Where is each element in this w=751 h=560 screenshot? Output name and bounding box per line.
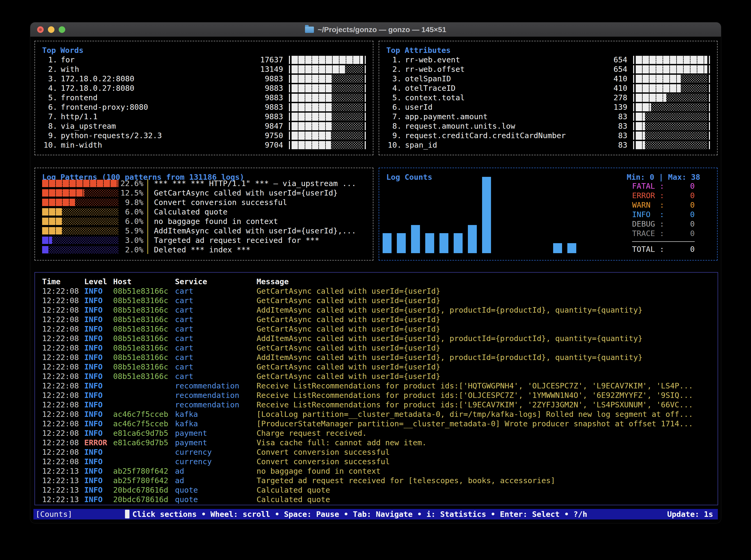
log-service: cart bbox=[175, 334, 257, 343]
item-label: 172.18.0.27:8080 bbox=[61, 83, 244, 93]
header-level: Level bbox=[84, 277, 113, 286]
log-table-row[interactable]: 12:22:08INFO08b51e83166ccartGetCartAsync… bbox=[42, 343, 710, 353]
log-time: 12:22:08 bbox=[42, 372, 84, 381]
rank-label: 5. bbox=[42, 93, 57, 102]
bar-track bbox=[636, 94, 707, 102]
log-service: ad bbox=[175, 466, 257, 476]
item-label: request.amount.units.low bbox=[405, 121, 588, 131]
severity-stat-row: TRACE :0 bbox=[632, 229, 695, 238]
log-level-badge: INFO bbox=[84, 305, 113, 315]
log-table-row[interactable]: 12:22:13INFOab25f780f642adno baggage fou… bbox=[42, 466, 710, 476]
top-words-row: 9.python-requests/2.32.39750 bbox=[42, 131, 366, 140]
item-bar bbox=[289, 121, 366, 131]
log-table-row[interactable]: 12:22:08INFO08b51e83166ccartGetCartAsync… bbox=[42, 296, 710, 305]
log-level-badge: INFO bbox=[84, 324, 113, 334]
log-time: 12:22:08 bbox=[42, 428, 84, 438]
rank-label: 10. bbox=[42, 140, 57, 150]
bar-track bbox=[291, 65, 363, 74]
log-table-row[interactable]: 12:22:08INFO08b51e83166ccartAddItemAsync… bbox=[42, 334, 710, 343]
top-words-row: 4.172.18.0.27:80809883 bbox=[42, 83, 366, 93]
item-count: 83 bbox=[588, 121, 627, 131]
log-table-row[interactable]: 12:22:13INFOab25f780f642adTargeted ad re… bbox=[42, 476, 710, 485]
bar-fill bbox=[636, 132, 645, 140]
log-table-row[interactable]: 12:22:08INFO08b51e83166ccartGetCartAsync… bbox=[42, 286, 710, 296]
rank-label: 4. bbox=[42, 83, 57, 93]
stats-divider bbox=[632, 241, 695, 242]
item-label: frontend bbox=[61, 93, 244, 102]
bar-fill bbox=[636, 103, 651, 111]
severity-value: 0 bbox=[690, 229, 695, 238]
item-bar bbox=[289, 93, 366, 102]
log-table-row[interactable]: 12:22:08INFO08b51e83166ccartGetCartAsync… bbox=[42, 315, 710, 324]
log-counts-slot bbox=[454, 233, 463, 253]
bar-cap bbox=[289, 141, 290, 149]
rank-label: 9. bbox=[386, 131, 402, 140]
bar-cap bbox=[289, 56, 290, 64]
log-table-row[interactable]: 12:22:08INFOrecommendationReceive ListRe… bbox=[42, 391, 710, 400]
pattern-row: 6.0%no baggage found in context bbox=[42, 217, 366, 226]
log-table-row[interactable]: 12:22:08INFOrecommendationReceive ListRe… bbox=[42, 400, 710, 409]
item-count: 9883 bbox=[244, 102, 283, 112]
bar-cap bbox=[709, 65, 710, 74]
log-host: 08b51e83166c bbox=[113, 334, 175, 343]
log-table-panel[interactable]: Time Level Host Service Message 12:22:08… bbox=[35, 272, 718, 505]
log-counts-panel[interactable]: Log Counts Min: 0 | Max: 38 FATAL :0ERRO… bbox=[379, 168, 717, 261]
bar-cap bbox=[633, 132, 634, 140]
log-host: ab25f780f642 bbox=[113, 476, 175, 485]
top-attributes-row: 7.app.payment.amount83 bbox=[386, 112, 710, 121]
log-table-row[interactable]: 12:22:13INFO20bdc678616dquoteCalculated … bbox=[42, 495, 710, 504]
item-label: rr-web.event bbox=[405, 55, 588, 64]
log-patterns-panel[interactable]: Log Patterns (100 patterns from 131186 l… bbox=[35, 168, 373, 261]
log-service: payment bbox=[175, 428, 257, 438]
item-label: span_id bbox=[405, 140, 588, 150]
top-attributes-row: 2.rr-web.offset654 bbox=[386, 64, 710, 74]
log-table-row[interactable]: 12:22:13INFO20bdc678616dquoteCalculated … bbox=[42, 485, 710, 495]
top-attributes-panel[interactable]: Top Attributes 1.rr-web.event6542.rr-web… bbox=[379, 41, 717, 155]
log-counts-bar bbox=[440, 233, 448, 253]
log-time: 12:22:08 bbox=[42, 447, 84, 457]
rank-label: 9. bbox=[42, 131, 57, 140]
log-level-badge: INFO bbox=[84, 315, 113, 324]
item-label: request.creditCard.creditCardNumber bbox=[405, 131, 588, 140]
log-level-badge: INFO bbox=[84, 334, 113, 343]
top-words-panel[interactable]: Top Words 1.for176372.with131493.172.18.… bbox=[35, 41, 373, 155]
log-counts-slot bbox=[440, 233, 448, 253]
pattern-message: no baggage found in context bbox=[154, 217, 278, 226]
log-table-row[interactable]: 12:22:08INFOac46c7f5ccebkafka[ProducerSt… bbox=[42, 419, 710, 428]
log-table-row[interactable]: 12:22:08INFO08b51e83166ccartGetCartAsync… bbox=[42, 362, 710, 372]
log-table-row[interactable]: 12:22:08INFOrecommendationReceive ListRe… bbox=[42, 381, 710, 391]
top-attributes-row: 6.userId139 bbox=[386, 102, 710, 112]
bar-cap bbox=[289, 75, 290, 83]
log-service: cart bbox=[175, 353, 257, 362]
log-table-row[interactable]: 12:22:08INFOcurrencyConvert conversion s… bbox=[42, 457, 710, 466]
log-table-row[interactable]: 12:22:08INFOe81ca6c9d7b5paymentCharge re… bbox=[42, 428, 710, 438]
log-counts-slot bbox=[383, 233, 391, 253]
log-table-row[interactable]: 12:22:08INFOac46c7f5ccebkafka[LocalLog p… bbox=[42, 409, 710, 419]
log-table-row[interactable]: 12:22:08INFO08b51e83166ccartAddItemAsync… bbox=[42, 305, 710, 315]
bar-fill bbox=[636, 84, 681, 92]
log-table-row[interactable]: 12:22:08ERRORe81ca6c9d7b5paymentVisa cac… bbox=[42, 438, 710, 447]
log-table-row[interactable]: 12:22:08INFO08b51e83166ccartGetCartAsync… bbox=[42, 372, 710, 381]
log-service: currency bbox=[175, 457, 257, 466]
window-title-text: ~/Projects/gonzo — gonzo — 145×51 bbox=[318, 25, 446, 35]
item-count: 13149 bbox=[244, 64, 283, 74]
bar-cap bbox=[633, 84, 634, 92]
log-host: 20bdc678616d bbox=[113, 485, 175, 495]
item-bar bbox=[633, 112, 710, 121]
log-host: ab25f780f642 bbox=[113, 466, 175, 476]
log-table-row[interactable]: 12:22:08INFO08b51e83166ccartAddItemAsync… bbox=[42, 353, 710, 362]
item-bar bbox=[289, 55, 366, 64]
log-message: Receive ListRecommendations for product … bbox=[257, 391, 710, 400]
patterns-separator-line bbox=[147, 179, 148, 254]
log-counts-minmax: Min: 0 | Max: 38 bbox=[627, 172, 700, 182]
item-count: 83 bbox=[588, 131, 627, 140]
item-bar bbox=[289, 64, 366, 74]
bar-track bbox=[636, 65, 707, 74]
log-table-row[interactable]: 12:22:08INFOcurrencyConvert conversion s… bbox=[42, 447, 710, 457]
log-table-row[interactable]: 12:22:08INFO08b51e83166ccartGetCartAsync… bbox=[42, 324, 710, 334]
bar-track bbox=[291, 94, 363, 102]
top-words-list: 1.for176372.with131493.172.18.0.22:80809… bbox=[42, 55, 366, 150]
item-bar bbox=[633, 55, 710, 64]
bar-cap bbox=[633, 141, 634, 149]
cursor-block bbox=[125, 510, 129, 518]
